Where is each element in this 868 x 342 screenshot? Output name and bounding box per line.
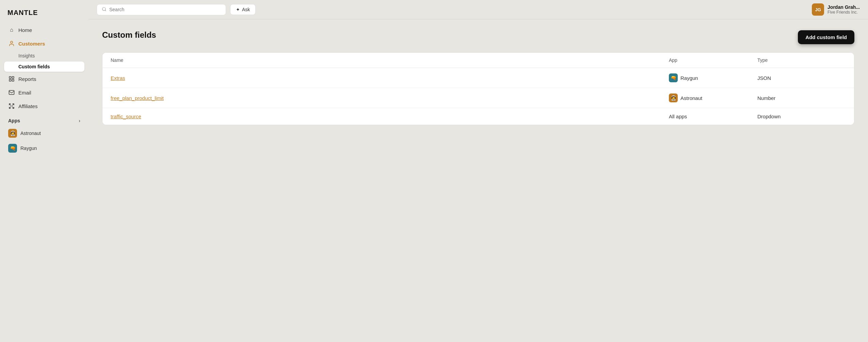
avatar: JG <box>812 3 824 16</box>
ask-button[interactable]: ✦ Ask <box>230 4 256 15</box>
table-row: Extras 🔫 Raygun JSON <box>102 68 854 88</box>
svg-rect-2 <box>12 76 14 78</box>
sidebar-item-reports[interactable]: Reports <box>4 72 84 85</box>
raygun-app-icon: 🔫 <box>8 144 17 153</box>
sidebar-item-custom-fields-label: Custom fields <box>18 64 50 69</box>
user-area[interactable]: JG Jordan Grah... Five Friends Inc. <box>812 3 860 16</box>
home-icon: ⌂ <box>8 27 15 33</box>
app-name-free-plan: Astronaut <box>680 95 702 101</box>
type-extras: JSON <box>757 75 846 81</box>
page-title: Custom fields <box>102 30 156 40</box>
app-cell-traffic-source: All apps <box>669 114 757 119</box>
sidebar-item-reports-label: Reports <box>18 76 36 82</box>
table-header: Name App Type <box>102 53 854 68</box>
astronaut-row-icon: 🧑‍🚀 <box>669 93 678 102</box>
app-cell-extras: 🔫 Raygun <box>669 73 757 82</box>
apps-section-label: Apps <box>8 118 20 123</box>
user-icon <box>8 40 15 47</box>
user-name: Jordan Grah... <box>827 4 860 10</box>
add-custom-field-button[interactable]: Add custom field <box>798 30 854 44</box>
sidebar-item-home-label: Home <box>18 27 32 33</box>
sidebar-item-insights-label: Insights <box>18 53 35 58</box>
sidebar-item-email[interactable]: Email <box>4 86 84 99</box>
search-box[interactable] <box>97 4 226 15</box>
svg-rect-4 <box>12 80 14 81</box>
raygun-row-icon: 🔫 <box>669 73 678 82</box>
app-name-extras: Raygun <box>680 75 698 81</box>
email-icon <box>8 89 15 96</box>
table-row: traffic_source All apps Dropdown <box>102 108 854 125</box>
search-icon <box>102 7 107 13</box>
field-link-free-plan[interactable]: free_plan_product_limit <box>111 95 669 101</box>
col-header-type: Type <box>757 57 846 63</box>
sidebar-item-email-label: Email <box>18 90 31 96</box>
custom-fields-table: Name App Type Extras 🔫 Raygun JSON free_… <box>102 52 854 125</box>
sidebar-item-raygun[interactable]: 🔫 Raygun <box>4 141 84 155</box>
svg-rect-1 <box>9 76 11 78</box>
content-area: Custom fields Add custom field Name App … <box>89 19 868 342</box>
field-link-extras[interactable]: Extras <box>111 75 669 81</box>
col-header-name: Name <box>111 57 669 63</box>
sidebar-item-astronaut[interactable]: 🧑‍🚀 Astronaut <box>4 126 84 140</box>
topbar: ✦ Ask JG Jordan Grah... Five Friends Inc… <box>89 0 868 19</box>
sidebar-item-affiliates[interactable]: Affiliates <box>4 100 84 113</box>
ask-sparkle-icon: ✦ <box>236 7 240 12</box>
sidebar-item-customers[interactable]: Customers <box>4 37 84 50</box>
user-info: Jordan Grah... Five Friends Inc. <box>827 4 860 15</box>
type-free-plan: Number <box>757 95 846 101</box>
svg-point-0 <box>11 41 13 43</box>
affiliates-icon <box>8 103 15 109</box>
reports-icon <box>8 75 15 82</box>
user-org: Five Friends Inc. <box>827 10 860 15</box>
sidebar-item-insights[interactable]: Insights <box>4 51 84 61</box>
astronaut-app-icon: 🧑‍🚀 <box>8 129 17 138</box>
svg-rect-3 <box>9 80 11 81</box>
field-link-traffic-source[interactable]: traffic_source <box>111 114 669 119</box>
sidebar-item-customers-label: Customers <box>18 41 45 47</box>
sidebar-item-affiliates-label: Affiliates <box>18 103 37 109</box>
table-row: free_plan_product_limit 🧑‍🚀 Astronaut Nu… <box>102 88 854 108</box>
page-header: Custom fields Add custom field <box>102 30 854 44</box>
apps-chevron-icon: › <box>79 118 80 123</box>
sidebar-item-astronaut-label: Astronaut <box>20 131 41 136</box>
sidebar-item-raygun-label: Raygun <box>20 146 37 151</box>
app-name-traffic-source: All apps <box>669 114 687 119</box>
col-header-app: App <box>669 57 757 63</box>
svg-rect-5 <box>9 90 14 95</box>
sidebar: MANTLE ⌂ Home Customers Insights Custom … <box>0 0 89 342</box>
sidebar-item-custom-fields[interactable]: Custom fields <box>4 62 84 72</box>
sidebar-item-home[interactable]: ⌂ Home <box>4 23 84 36</box>
app-cell-free-plan: 🧑‍🚀 Astronaut <box>669 93 757 102</box>
apps-section: Apps › <box>4 113 84 125</box>
search-input[interactable] <box>109 7 221 12</box>
main-area: ✦ Ask JG Jordan Grah... Five Friends Inc… <box>89 0 868 342</box>
type-traffic-source: Dropdown <box>757 114 846 119</box>
logo: MANTLE <box>4 6 84 23</box>
ask-button-label: Ask <box>242 7 250 12</box>
